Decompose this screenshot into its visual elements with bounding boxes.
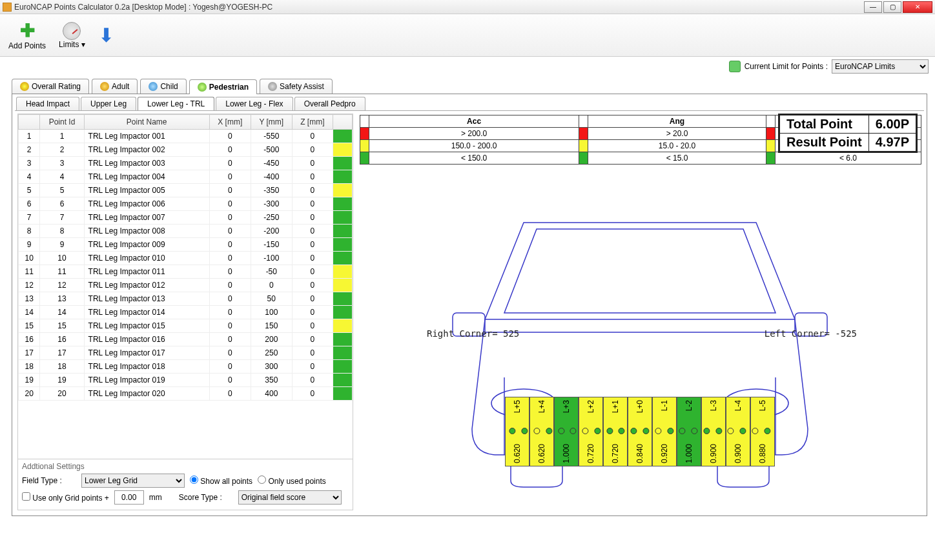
subtab-lower-leg-trl[interactable]: Lower Leg - TRL bbox=[138, 97, 214, 110]
table-row[interactable]: 77TRL Leg Impactor 0070-2500 bbox=[19, 211, 353, 225]
impact-dot bbox=[740, 428, 746, 434]
impact-dot bbox=[692, 428, 698, 434]
table-row[interactable]: 1313TRL Leg Impactor 0130500 bbox=[19, 292, 353, 306]
child-icon bbox=[149, 82, 158, 91]
limit-label: Current Limit for Points : bbox=[745, 62, 828, 71]
app-icon bbox=[3, 3, 12, 12]
impact-dot bbox=[570, 428, 577, 434]
impact-dot bbox=[631, 428, 637, 434]
tab-overall-rating[interactable]: Overall Rating bbox=[12, 79, 89, 94]
main-panel: Head Impact Upper Leg Lower Leg - TRL Lo… bbox=[12, 94, 927, 516]
table-row[interactable]: 11TRL Leg Impactor 0010-5500 bbox=[19, 130, 353, 143]
impact-dot bbox=[752, 428, 758, 434]
arrow-down-icon: ⬇ bbox=[98, 24, 114, 46]
unit-label: mm bbox=[149, 493, 162, 502]
pedestrian-icon bbox=[198, 83, 207, 92]
right-corner-label: Right Corner= 525 bbox=[427, 328, 519, 339]
show-all-radio[interactable]: Show all points bbox=[190, 475, 252, 486]
impact-dot bbox=[533, 428, 540, 434]
impact-dot bbox=[703, 428, 710, 434]
grid-offset-input[interactable] bbox=[114, 490, 144, 505]
right-panel: AccAngDisp > 200.0> 20.0> 7.0150.0 - 200… bbox=[358, 114, 921, 510]
table-row[interactable]: 1111TRL Leg Impactor 0110-500 bbox=[19, 265, 353, 279]
impact-dot bbox=[606, 428, 613, 434]
car-diagram: Right Corner= 525 Left Corner= -525 L+50… bbox=[358, 167, 921, 510]
impact-dot bbox=[715, 428, 722, 434]
points-summary: Total Point6.00P Result Point4.97P bbox=[778, 114, 918, 153]
score-type-select[interactable]: Original field score bbox=[238, 490, 342, 505]
impact-dot bbox=[522, 428, 528, 434]
impact-dot bbox=[655, 428, 661, 434]
impact-dots bbox=[506, 428, 773, 434]
additional-settings: Addtional Settings Field Type : Lower Le… bbox=[18, 459, 353, 510]
window-title: EuroNCAP Points Calculator 0.2a [Desktop… bbox=[14, 3, 864, 12]
tab-safety-assist[interactable]: Safety Assist bbox=[260, 79, 333, 94]
table-row[interactable]: 66TRL Leg Impactor 0060-3000 bbox=[19, 197, 353, 211]
table-row[interactable]: 44TRL Leg Impactor 0040-4000 bbox=[19, 170, 353, 184]
score-type-label: Score Type : bbox=[179, 493, 233, 502]
table-row[interactable]: 1515TRL Leg Impactor 01501500 bbox=[19, 319, 353, 333]
use-grid-checkbox[interactable]: Use only Grid points + bbox=[22, 492, 109, 503]
impact-dot bbox=[546, 428, 552, 434]
table-row[interactable]: 99TRL Leg Impactor 0090-1500 bbox=[19, 238, 353, 252]
impact-dot bbox=[642, 428, 649, 434]
impact-dot bbox=[728, 428, 734, 434]
impact-dot bbox=[582, 428, 588, 434]
gauge-icon bbox=[63, 22, 81, 40]
only-used-radio[interactable]: Only used points bbox=[258, 475, 326, 486]
target-icon bbox=[20, 82, 29, 91]
table-row[interactable]: 1919TRL Leg Impactor 01903500 bbox=[19, 374, 353, 387]
toolbar: ✚ Add Points Limits ▾ ⬇ bbox=[0, 14, 935, 57]
table-row[interactable]: 22TRL Leg Impactor 0020-5000 bbox=[19, 143, 353, 157]
table-row[interactable]: 88TRL Leg Impactor 0080-2000 bbox=[19, 225, 353, 238]
table-row[interactable]: 1616TRL Leg Impactor 01602000 bbox=[19, 333, 353, 346]
tab-adult[interactable]: Adult bbox=[92, 79, 138, 94]
down-arrow-button[interactable]: ⬇ bbox=[94, 15, 119, 55]
points-grid[interactable]: Point IdPoint NameX [mm]Y [mm]Z [mm] 11T… bbox=[18, 114, 353, 459]
limits-button[interactable]: Limits ▾ bbox=[54, 15, 90, 55]
table-row[interactable]: 1818TRL Leg Impactor 01803000 bbox=[19, 360, 353, 374]
adult-icon bbox=[100, 82, 109, 91]
field-type-label: Field Type : bbox=[22, 476, 76, 485]
tab-pedestrian[interactable]: Pedestrian bbox=[189, 79, 257, 94]
subtab-lower-leg-flex[interactable]: Lower Leg - Flex bbox=[216, 97, 293, 110]
table-row[interactable]: 1010TRL Leg Impactor 0100-1000 bbox=[19, 252, 353, 265]
add-points-button[interactable]: ✚ Add Points bbox=[4, 15, 50, 55]
close-button[interactable]: ✕ bbox=[903, 1, 932, 13]
plus-icon: ✚ bbox=[20, 20, 35, 41]
impact-dot bbox=[509, 428, 516, 434]
sub-tabs: Head Impact Upper Leg Lower Leg - TRL Lo… bbox=[12, 94, 927, 110]
limit-status-icon bbox=[729, 61, 741, 72]
field-type-select[interactable]: Lower Leg Grid bbox=[81, 474, 185, 488]
table-row[interactable]: 1414TRL Leg Impactor 01401000 bbox=[19, 306, 353, 319]
main-tabs: Overall Rating Adult Child Pedestrian Sa… bbox=[0, 77, 935, 94]
settings-title: Addtional Settings bbox=[22, 462, 349, 471]
assist-icon bbox=[268, 82, 277, 91]
table-row[interactable]: 1212TRL Leg Impactor 012000 bbox=[19, 279, 353, 292]
left-corner-label: Left Corner= -525 bbox=[765, 328, 857, 339]
impact-dot bbox=[594, 428, 601, 434]
minimize-button[interactable]: — bbox=[864, 1, 882, 13]
table-row[interactable]: 1717TRL Leg Impactor 01702500 bbox=[19, 346, 353, 360]
subtab-upper-leg[interactable]: Upper Leg bbox=[81, 97, 136, 110]
tab-child[interactable]: Child bbox=[140, 79, 186, 94]
impact-dot bbox=[764, 428, 770, 434]
impact-dot bbox=[558, 428, 564, 434]
left-panel: Point IdPoint NameX [mm]Y [mm]Z [mm] 11T… bbox=[17, 114, 353, 510]
titlebar: EuroNCAP Points Calculator 0.2a [Desktop… bbox=[0, 0, 935, 14]
maximize-button[interactable]: ▢ bbox=[883, 1, 901, 13]
impact-dot bbox=[679, 428, 686, 434]
subtab-overall-pedpro[interactable]: Overall Pedpro bbox=[294, 97, 365, 110]
table-row[interactable]: 55TRL Leg Impactor 0050-3500 bbox=[19, 184, 353, 197]
table-row[interactable]: 2020TRL Leg Impactor 02004000 bbox=[19, 387, 353, 401]
subtab-head-impact[interactable]: Head Impact bbox=[16, 97, 79, 110]
table-row[interactable]: 33TRL Leg Impactor 0030-4500 bbox=[19, 157, 353, 170]
limit-select[interactable]: EuroNCAP Limits bbox=[832, 59, 929, 74]
impact-dot bbox=[619, 428, 625, 434]
limit-bar: Current Limit for Points : EuroNCAP Limi… bbox=[0, 57, 935, 77]
impact-dot bbox=[667, 428, 673, 434]
